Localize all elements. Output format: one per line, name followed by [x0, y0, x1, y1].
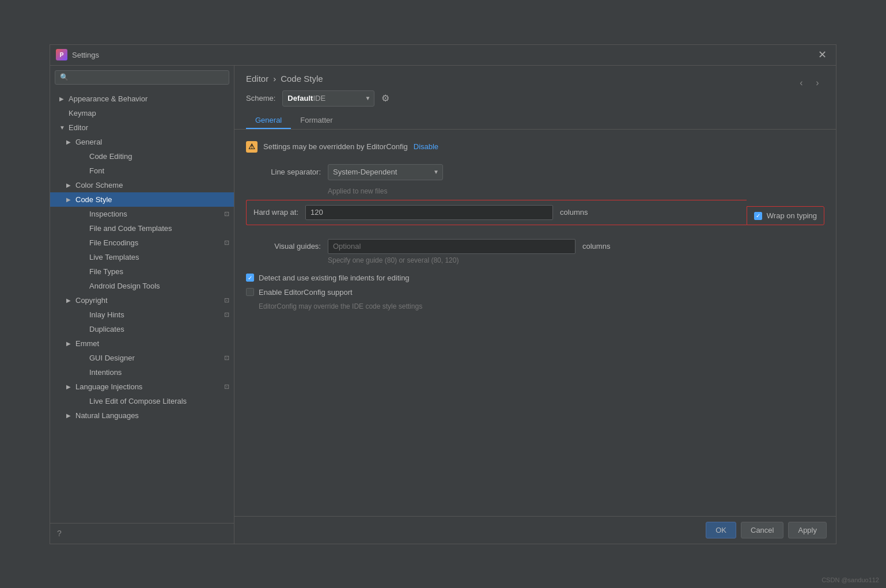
scheme-ide-text: IDE	[313, 94, 325, 103]
sidebar-item-label: Font	[89, 166, 104, 175]
sidebar-item-label: Android Design Tools	[89, 282, 160, 290]
search-icon: 🔍	[60, 73, 69, 81]
wrap-on-typing-label: Wrap on typing	[767, 211, 817, 220]
dropdown-arrow-icon: ▼	[433, 169, 439, 175]
sidebar-item-intentions[interactable]: ▶ Intentions	[50, 365, 234, 380]
tab-general[interactable]: General	[246, 112, 291, 129]
sidebar-item-color-scheme[interactable]: ▶ Color Scheme	[50, 178, 234, 192]
apply-button[interactable]: Apply	[788, 522, 827, 538]
sidebar-item-label: Code Editing	[89, 152, 132, 161]
settings-icon: ⊡	[224, 383, 229, 390]
gear-button[interactable]: ⚙	[381, 93, 389, 104]
sidebar-item-code-style[interactable]: ▶ Code Style	[50, 192, 234, 207]
watermark: CSDN @sanduo112	[821, 576, 879, 583]
scheme-label: Scheme:	[246, 94, 275, 103]
sidebar-item-label: Natural Languages	[75, 411, 139, 420]
forward-button[interactable]: ›	[811, 76, 824, 90]
sidebar-item-label: Editor	[69, 123, 88, 132]
sidebar-item-android-design-tools[interactable]: ▶ Android Design Tools	[50, 279, 234, 293]
columns-label: columns	[560, 208, 588, 217]
sidebar-item-keymap[interactable]: ▶ Keymap	[50, 106, 234, 120]
arrow-icon: ▼	[59, 124, 69, 131]
search-input[interactable]	[72, 73, 224, 82]
search-box[interactable]: 🔍	[55, 70, 229, 85]
breadcrumb: Editor › Code Style	[246, 74, 323, 84]
detect-indent-row: ✓ Detect and use existing file indents f…	[246, 274, 824, 282]
disable-link[interactable]: Disable	[414, 142, 438, 151]
dropdown-arrow-icon: ▼	[365, 95, 370, 101]
sidebar-item-gui-designer[interactable]: ▶ GUI Designer ⊡	[50, 351, 234, 365]
bottom-bar: OK Cancel Apply	[234, 516, 836, 544]
detect-indent-checkbox[interactable]: ✓	[246, 274, 254, 282]
editor-config-sublabel: EditorConfig may override the IDE code s…	[259, 302, 824, 310]
settings-window: P Settings ✕ 🔍 ▶ Appearance & Behavior ▶…	[50, 44, 836, 544]
sidebar-item-label: Duplicates	[89, 325, 124, 333]
scheme-select[interactable]: Default IDE ▼	[282, 90, 374, 107]
visual-guides-input[interactable]	[328, 239, 575, 254]
arrow-icon: ▶	[66, 182, 75, 188]
scheme-row: Scheme: Default IDE ▼ ⚙	[246, 90, 824, 107]
sidebar-item-label: Inspections	[89, 210, 127, 218]
main-panel: Editor › Code Style ‹ › Scheme: Default …	[234, 66, 836, 544]
line-separator-select[interactable]: System-Dependent ▼	[328, 164, 443, 180]
breadcrumb-separator: ›	[273, 74, 276, 84]
sidebar-item-inlay-hints[interactable]: ▶ Inlay Hints ⊡	[50, 308, 234, 322]
breadcrumb-code-style: Code Style	[281, 74, 323, 84]
sidebar-item-emmet[interactable]: ▶ Emmet	[50, 336, 234, 351]
help-button[interactable]: ?	[50, 523, 234, 544]
visual-guides-columns: columns	[582, 242, 610, 251]
arrow-icon: ▶	[66, 196, 75, 203]
titlebar: P Settings ✕	[50, 45, 836, 66]
sidebar-item-duplicates[interactable]: ▶ Duplicates	[50, 322, 234, 336]
sidebar-item-font[interactable]: ▶ Font	[50, 164, 234, 178]
editor-config-label: Enable EditorConfig support	[259, 288, 353, 297]
sidebar-item-live-edit[interactable]: ▶ Live Edit of Compose Literals	[50, 394, 234, 408]
sidebar-item-label: Live Templates	[89, 253, 139, 261]
settings-icon: ⊡	[224, 210, 229, 218]
editor-config-row: Enable EditorConfig support	[246, 288, 824, 297]
back-button[interactable]: ‹	[794, 76, 808, 90]
detect-indent-label: Detect and use existing file indents for…	[259, 274, 410, 282]
visual-guides-label: Visual guides:	[246, 242, 321, 251]
ok-button[interactable]: OK	[706, 522, 736, 538]
sidebar-item-copyright[interactable]: ▶ Copyright ⊡	[50, 293, 234, 308]
sidebar-item-live-templates[interactable]: ▶ Live Templates	[50, 250, 234, 264]
sidebar-item-label: General	[75, 138, 102, 146]
wrap-on-typing-checkbox[interactable]: ✓	[754, 212, 762, 220]
visual-guides-hint: Specify one guide (80) or several (80, 1…	[328, 256, 824, 264]
sidebar-item-language-injections[interactable]: ▶ Language Injections ⊡	[50, 380, 234, 394]
arrow-icon: ▶	[66, 297, 75, 304]
sidebar-item-label: Inlay Hints	[89, 310, 124, 319]
sidebar-item-file-types[interactable]: ▶ File Types	[50, 264, 234, 279]
main-content: 🔍 ▶ Appearance & Behavior ▶ Keymap ▼ Edi…	[50, 66, 836, 544]
sidebar-item-appearance[interactable]: ▶ Appearance & Behavior	[50, 92, 234, 106]
main-body: ⚠ Settings may be overridden by EditorCo…	[234, 130, 836, 516]
hard-wrap-section: Hard wrap at: columns	[246, 200, 747, 225]
settings-icon: ⊡	[224, 354, 229, 362]
sidebar-item-label: Live Edit of Compose Literals	[89, 397, 187, 405]
tab-formatter[interactable]: Formatter	[291, 112, 342, 129]
sidebar-item-file-and-code-templates[interactable]: ▶ File and Code Templates	[50, 221, 234, 236]
sidebar-item-file-encodings[interactable]: ▶ File Encodings ⊡	[50, 236, 234, 250]
sidebar-item-label: Intentions	[89, 368, 122, 377]
scheme-default-text: Default	[287, 94, 313, 103]
sidebar-item-label: GUI Designer	[89, 354, 135, 362]
hard-wrap-input[interactable]	[305, 205, 553, 220]
settings-icon: ⊡	[224, 311, 229, 318]
sidebar-item-editor[interactable]: ▼ Editor	[50, 120, 234, 135]
sidebar-item-natural-languages[interactable]: ▶ Natural Languages	[50, 408, 234, 423]
close-button[interactable]: ✕	[815, 47, 830, 62]
line-separator-row: Line separator: System-Dependent ▼	[246, 164, 824, 180]
arrow-icon: ▶	[66, 412, 75, 419]
wrap-on-typing-section: ✓ Wrap on typing	[747, 206, 824, 225]
sidebar-item-inspections[interactable]: ▶ Inspections ⊡	[50, 207, 234, 221]
hard-wrap-label: Hard wrap at:	[253, 208, 298, 217]
sidebar-item-code-editing[interactable]: ▶ Code Editing	[50, 149, 234, 164]
editor-config-checkbox[interactable]	[246, 288, 254, 296]
sidebar-item-label: Code Style	[75, 195, 112, 204]
cancel-button[interactable]: Cancel	[741, 522, 783, 538]
app-icon: P	[56, 49, 67, 60]
line-separator-label: Line separator:	[246, 168, 321, 176]
sidebar-item-general[interactable]: ▶ General	[50, 135, 234, 149]
sidebar-item-label: Emmet	[75, 339, 99, 348]
